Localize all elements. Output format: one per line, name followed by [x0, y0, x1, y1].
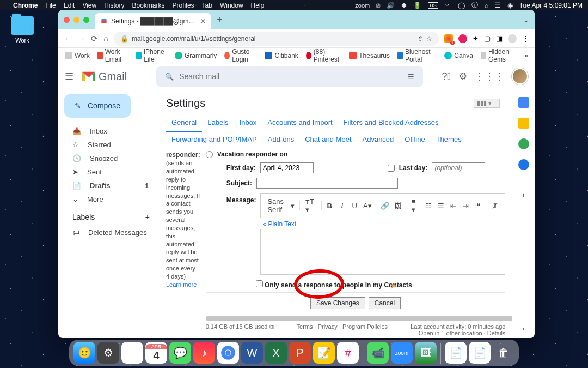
align-icon[interactable]: ≡ ▾: [409, 196, 421, 215]
bookmark-canva[interactable]: Canva: [444, 52, 473, 59]
battery-icon[interactable]: 🔋: [413, 2, 421, 9]
share-icon[interactable]: ⇪: [418, 35, 423, 43]
profile-avatar-icon[interactable]: [508, 34, 517, 43]
bookmark-hiddengems[interactable]: Hidden Gems: [481, 48, 517, 63]
bookmark-iphonelife[interactable]: iPhone Life: [136, 48, 167, 63]
chrome-menu-icon[interactable]: ⋮: [522, 34, 529, 43]
hide-panel-icon[interactable]: ›: [522, 324, 524, 333]
tab-chatmeet[interactable]: Chat and Meet: [299, 132, 357, 148]
bookmark-work[interactable]: Work: [65, 52, 90, 59]
app-name[interactable]: Chrome: [13, 2, 38, 9]
contacts-icon[interactable]: [518, 159, 529, 170]
bookmark-thesaurus[interactable]: Thesaurus: [349, 52, 390, 59]
desktop-folder-work[interactable]: Work: [11, 16, 34, 44]
dock-calendar[interactable]: APR4: [145, 342, 167, 364]
external-link-icon[interactable]: ⧉: [270, 323, 274, 330]
horizontal-scrollbar[interactable]: [206, 316, 506, 321]
search-bar[interactable]: 🔍 ☰: [156, 66, 423, 87]
italic-icon[interactable]: I: [336, 200, 347, 212]
settings-gear-icon[interactable]: ⚙: [458, 70, 467, 82]
menu-window[interactable]: Window: [220, 2, 243, 9]
support-icon[interactable]: ?⃝: [442, 71, 451, 82]
bookmarks-more-icon[interactable]: »: [524, 52, 528, 59]
ext-icon-2[interactable]: [458, 34, 467, 43]
dock-chrome[interactable]: [217, 342, 239, 364]
message-textarea[interactable]: [260, 229, 505, 275]
browser-tab[interactable]: Settings - ███████@gm… ✕: [95, 13, 211, 29]
tab-themes[interactable]: Themes: [431, 132, 467, 148]
forward-button[interactable]: →: [77, 34, 85, 43]
footer-links[interactable]: Terms · Privacy · Program Policies: [297, 323, 388, 336]
dock-preview[interactable]: 🖼: [415, 342, 437, 364]
menu-edit[interactable]: Edit: [64, 2, 75, 9]
sidebar-item-snoozed[interactable]: 🕓Snoozed: [62, 152, 160, 165]
contacts-only-checkbox[interactable]: [256, 280, 263, 287]
dock-launchpad[interactable]: ▦: [121, 342, 143, 364]
firstday-input[interactable]: [260, 162, 314, 173]
menu-profiles[interactable]: Profiles: [173, 2, 194, 9]
calendar-icon[interactable]: [518, 97, 529, 108]
dock-notes[interactable]: 📝: [313, 342, 335, 364]
bookmark-pinterest[interactable]: (88) Pinterest: [306, 48, 341, 63]
underline-icon[interactable]: U: [349, 200, 360, 212]
url-field[interactable]: 🔒 mail.google.com/mail/u/1/#settings/gen…: [114, 32, 439, 46]
sidebar-item-sent[interactable]: ➤Sent: [62, 165, 160, 179]
extensions-icon[interactable]: ✦: [473, 34, 479, 43]
dock-finder[interactable]: 🙂: [74, 342, 95, 364]
sidebar-item-inbox[interactable]: 📥Inbox: [62, 124, 160, 138]
quote-icon[interactable]: ❝: [473, 200, 484, 212]
menu-view[interactable]: View: [82, 2, 96, 9]
tab-labels[interactable]: Labels: [202, 115, 234, 132]
clearformat-icon[interactable]: 𝕋̸: [489, 200, 500, 212]
bold-icon[interactable]: B: [324, 200, 335, 212]
dock-trash[interactable]: 🗑: [493, 342, 514, 364]
sidepanel-icon[interactable]: ◨: [496, 34, 503, 43]
dock-doc2[interactable]: 📄: [469, 342, 491, 364]
dock-settings[interactable]: ⚙: [97, 342, 119, 364]
zoom-menuicon[interactable]: zoom: [355, 2, 370, 9]
tab-offline[interactable]: Offline: [399, 132, 430, 148]
bluetooth-icon[interactable]: ✱: [401, 2, 407, 9]
language-select[interactable]: ▮▮▮ ▾: [474, 99, 500, 108]
wifi-icon[interactable]: ᯤ: [445, 2, 451, 9]
input-flag[interactable]: US: [428, 2, 438, 9]
clock[interactable]: Tue Apr 4 5:09:01 PM: [519, 2, 583, 9]
dock-word[interactable]: W: [241, 342, 263, 364]
search-input[interactable]: [179, 72, 402, 81]
apps-grid-icon[interactable]: ⋮⋮⋮: [475, 70, 504, 82]
bookmark-bluehost[interactable]: Bluehost Portal: [397, 48, 437, 63]
siri-icon[interactable]: ◉: [507, 2, 513, 9]
info-icon[interactable]: ⓘ: [471, 1, 478, 10]
add-on-plus-icon[interactable]: +: [522, 191, 526, 199]
dock-music[interactable]: ♪: [193, 342, 215, 364]
compose-button[interactable]: ✎ Compose: [64, 94, 131, 118]
reload-button[interactable]: ⟳: [91, 34, 98, 44]
bookmark-citibank[interactable]: Citibank: [265, 52, 298, 59]
details-link[interactable]: Open in 1 other location · Details: [419, 330, 506, 336]
font-select[interactable]: Sans Serif ▾: [265, 196, 297, 215]
dock-powerpoint[interactable]: P: [289, 342, 311, 364]
spotlight-icon[interactable]: ⌕: [485, 2, 488, 9]
label-deleted[interactable]: 🏷Deleted Messages: [62, 226, 160, 239]
sidebar-item-drafts[interactable]: 📄Drafts1: [62, 179, 160, 192]
fontsize-icon[interactable]: ᴛT ▾: [303, 196, 318, 215]
sidebar-item-starred[interactable]: ☆Starred: [62, 138, 160, 152]
main-menu-icon[interactable]: ☰: [65, 70, 74, 82]
home-button[interactable]: ⌂: [103, 34, 108, 43]
indent-icon[interactable]: ⇥: [461, 200, 471, 212]
learn-more-link[interactable]: Learn more: [166, 281, 197, 288]
window-minimize[interactable]: [74, 17, 79, 23]
image-icon[interactable]: 🖼: [392, 200, 403, 212]
tab-filters[interactable]: Filters and Blocked Addresses: [338, 115, 444, 132]
search-options-icon[interactable]: ☰: [408, 73, 414, 81]
add-label-icon[interactable]: +: [145, 213, 150, 221]
save-button[interactable]: Save Changes: [310, 297, 365, 309]
dock-excel[interactable]: X: [265, 342, 287, 364]
textcolor-icon[interactable]: A ▾: [362, 200, 373, 212]
tasks-icon[interactable]: [518, 138, 529, 149]
outdent-icon[interactable]: ⇤: [448, 200, 459, 212]
menu-bookmarks[interactable]: Bookmarks: [132, 2, 165, 9]
bullist-icon[interactable]: ☰: [436, 200, 446, 212]
dock-zoom[interactable]: zoom: [391, 342, 413, 364]
menu-tab[interactable]: Tab: [202, 2, 212, 9]
